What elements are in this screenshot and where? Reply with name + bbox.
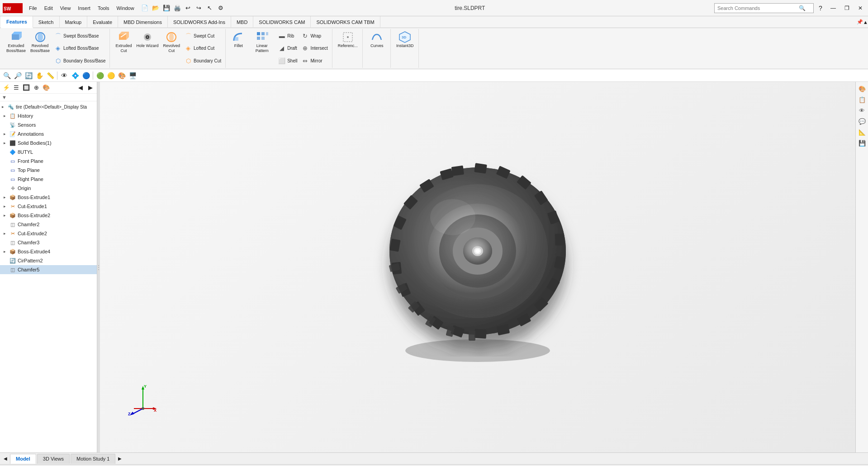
search-input[interactable] bbox=[717, 5, 799, 11]
curves-button[interactable]: Curves bbox=[368, 30, 386, 49]
scene-icon[interactable]: 🟡 bbox=[106, 71, 116, 81]
property-manager-icon[interactable]: ☰ bbox=[12, 83, 21, 92]
draft-button[interactable]: ◢ Draft bbox=[276, 43, 299, 53]
measure-icon[interactable]: 📏 bbox=[45, 71, 55, 81]
scroll-left-arrow[interactable]: ◀ bbox=[2, 455, 9, 462]
menu-insert[interactable]: Insert bbox=[74, 4, 94, 13]
configuration-manager-icon[interactable]: 🔲 bbox=[22, 83, 31, 92]
tree-item-origin[interactable]: ✛ Origin bbox=[0, 184, 97, 193]
search-box[interactable]: 🔍 bbox=[714, 3, 814, 13]
zoom-in-icon[interactable]: 🔎 bbox=[13, 71, 23, 81]
close-button[interactable]: ✕ bbox=[854, 3, 866, 13]
tab-solidworks-cam-tbm[interactable]: SOLIDWORKS CAM TBM bbox=[311, 16, 380, 28]
extruded-cut-button[interactable]: ExtrudedCut bbox=[114, 30, 133, 54]
expand-panel-icon[interactable]: ▶ bbox=[86, 83, 95, 92]
tree-item-8utyl[interactable]: 🔷 8UTYL bbox=[0, 147, 97, 157]
view-orientation-icon[interactable]: 👁 bbox=[59, 71, 69, 81]
tree-item-annotations[interactable]: ▸ 📝 Annotations bbox=[0, 129, 97, 138]
display-manager-panel-icon[interactable]: 🎨 bbox=[42, 83, 51, 92]
tab-features[interactable]: Features bbox=[1, 16, 33, 28]
menu-window[interactable]: Window bbox=[113, 4, 138, 13]
hide-show-icon[interactable]: 🔵 bbox=[81, 71, 91, 81]
tree-root-item[interactable]: ▸ 🔩 tire (Default<<Default>_Display Sta bbox=[0, 102, 97, 111]
lofted-cut-button[interactable]: ◈ Lofted Cut bbox=[183, 43, 223, 53]
tree-item-cut-extrude2[interactable]: ▸ ✂ Cut-Extrude2 bbox=[0, 229, 97, 238]
tab-sketch[interactable]: Sketch bbox=[33, 16, 60, 28]
save-icon[interactable]: 💾 bbox=[161, 3, 171, 13]
tab-solidworks-cam[interactable]: SOLIDWORKS CAM bbox=[253, 16, 311, 28]
cursor-icon[interactable]: ↖ bbox=[205, 3, 215, 13]
tab-mbd[interactable]: MBD bbox=[231, 16, 253, 28]
revolved-boss-base-button[interactable]: RevolvedBoss/Base bbox=[28, 30, 52, 54]
display-manager-icon[interactable]: 🖥️ bbox=[128, 71, 138, 81]
tab-3d-views[interactable]: 3D Views bbox=[37, 454, 70, 464]
tab-evaluate[interactable]: Evaluate bbox=[87, 16, 118, 28]
rp-icon-1[interactable]: 🎨 bbox=[857, 84, 867, 94]
tree-item-boss-extrude1[interactable]: ▸ 📦 Boss-Extrude1 bbox=[0, 193, 97, 202]
rotate-view-icon[interactable]: 🔄 bbox=[24, 71, 33, 81]
wrap-button[interactable]: ↻ Wrap bbox=[299, 31, 329, 41]
menu-file[interactable]: File bbox=[25, 4, 41, 13]
tree-item-top-plane[interactable]: ▭ Top Plane bbox=[0, 166, 97, 175]
rp-icon-4[interactable]: 💬 bbox=[857, 116, 867, 126]
new-icon[interactable]: 📄 bbox=[140, 3, 150, 13]
tree-item-cirpattern2[interactable]: 🔄 CirPattern2 bbox=[0, 256, 97, 265]
zoom-to-fit-icon[interactable]: 🔍 bbox=[2, 71, 12, 81]
rp-icon-5[interactable]: 📐 bbox=[857, 127, 867, 137]
appearance-icon[interactable]: 🟢 bbox=[95, 71, 105, 81]
tree-item-boss-extrude4[interactable]: ▸ 📦 Boss-Extrude4 bbox=[0, 247, 97, 256]
open-icon[interactable]: 📂 bbox=[151, 3, 161, 13]
extruded-boss-base-button[interactable]: ExtrudedBoss/Base bbox=[5, 30, 28, 54]
linear-pattern-button[interactable]: Linear Pattern bbox=[248, 30, 275, 54]
tab-markup[interactable]: Markup bbox=[60, 16, 88, 28]
tab-model[interactable]: Model bbox=[10, 454, 36, 464]
reference-geometry-button[interactable]: Referenc... bbox=[336, 30, 360, 49]
realview-icon[interactable]: 🎨 bbox=[117, 71, 127, 81]
lofted-boss-base-button[interactable]: ◈ Lofted Boss/Base bbox=[52, 43, 107, 53]
restore-button[interactable]: ❐ bbox=[841, 3, 853, 13]
rib-button[interactable]: ▬ Rib bbox=[276, 31, 299, 41]
solidworks-help-icon[interactable]: ? bbox=[816, 3, 825, 13]
tree-item-history[interactable]: ▸ 📋 History bbox=[0, 111, 97, 120]
collapse-panel-icon[interactable]: ◀ bbox=[76, 83, 85, 92]
feature-manager-icon[interactable]: ⚡ bbox=[2, 83, 11, 92]
tab-mbd-dimensions[interactable]: MBD Dimensions bbox=[118, 16, 168, 28]
tree-item-chamfer5[interactable]: ◫ Chamfer5 bbox=[0, 265, 97, 274]
shell-button[interactable]: ⬜ Shell bbox=[276, 56, 299, 66]
mirror-button[interactable]: ⇔ Mirror bbox=[299, 56, 329, 66]
tree-item-chamfer3[interactable]: ◫ Chamfer3 bbox=[0, 238, 97, 247]
options-icon[interactable]: ⚙ bbox=[216, 3, 226, 13]
swept-boss-base-button[interactable]: ⌒ Swept Boss/Base bbox=[52, 31, 107, 41]
tree-item-front-plane[interactable]: ▭ Front Plane bbox=[0, 157, 97, 166]
instant3d-button[interactable]: 3D Instant3D bbox=[394, 30, 416, 49]
tree-item-cut-extrude1[interactable]: ▸ ✂ Cut-Extrude1 bbox=[0, 202, 97, 211]
ribbon-expand-icon[interactable]: ▲ bbox=[863, 19, 868, 25]
ribbon-pin-icon[interactable]: 📌 bbox=[857, 19, 863, 25]
tree-item-boss-extrude2[interactable]: ▸ 📦 Boss-Extrude2 bbox=[0, 211, 97, 220]
pan-icon[interactable]: ✋ bbox=[34, 71, 44, 81]
rp-icon-6[interactable]: 💾 bbox=[857, 138, 867, 148]
tab-solidworks-addins[interactable]: SOLIDWORKS Add-Ins bbox=[168, 16, 231, 28]
3d-viewport[interactable]: Y X Z bbox=[100, 82, 855, 452]
scroll-right-arrow[interactable]: ▶ bbox=[116, 455, 123, 462]
boundary-cut-button[interactable]: ⬡ Boundary Cut bbox=[183, 56, 223, 66]
dim-xpert-icon[interactable]: ⊕ bbox=[32, 83, 41, 92]
tree-item-solid-bodies[interactable]: ▸ ⬛ Solid Bodies(1) bbox=[0, 138, 97, 147]
menu-view[interactable]: View bbox=[57, 4, 75, 13]
rp-icon-3[interactable]: 👁 bbox=[857, 105, 867, 115]
tree-item-right-plane[interactable]: ▭ Right Plane bbox=[0, 175, 97, 184]
hole-wizard-button[interactable]: Hole Wizard bbox=[134, 30, 160, 49]
boundary-boss-base-button[interactable]: ⬡ Boundary Boss/Base bbox=[52, 56, 107, 66]
tab-motion-study-1[interactable]: Motion Study 1 bbox=[71, 454, 115, 464]
rp-icon-2[interactable]: 📋 bbox=[857, 95, 867, 105]
fillet-button[interactable]: Fillet bbox=[229, 30, 247, 49]
swept-cut-button[interactable]: ⌒ Swept Cut bbox=[183, 31, 223, 41]
revolved-cut-button[interactable]: RevolvedCut bbox=[161, 30, 182, 54]
minimize-button[interactable]: — bbox=[827, 3, 839, 13]
menu-edit[interactable]: Edit bbox=[41, 4, 57, 13]
redo-icon[interactable]: ↪ bbox=[194, 3, 204, 13]
tree-item-sensors[interactable]: 📡 Sensors bbox=[0, 120, 97, 129]
undo-icon[interactable]: ↩ bbox=[183, 3, 193, 13]
menu-tools[interactable]: Tools bbox=[94, 4, 113, 13]
tree-item-chamfer2[interactable]: ◫ Chamfer2 bbox=[0, 220, 97, 229]
